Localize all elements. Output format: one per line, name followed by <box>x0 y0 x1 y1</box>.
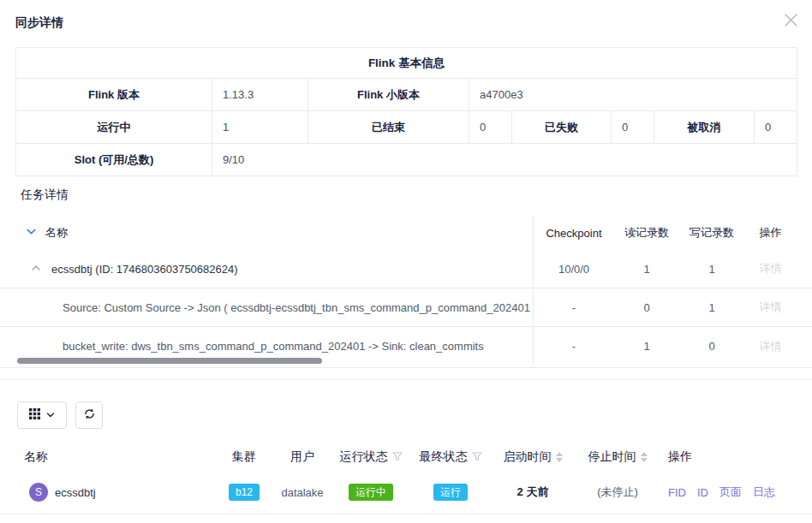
checkpoint-value: 10/0/0 <box>534 263 614 276</box>
task-details-table: 名称 Checkpoint 读记录数 写记录数 操作 ecssdbtj (ID:… <box>0 216 812 366</box>
jobs-col-cluster: 集群 <box>214 449 274 465</box>
slot-value: 9/10 <box>212 144 797 176</box>
write-count: 1 <box>679 301 744 314</box>
read-count: 1 <box>614 340 679 353</box>
task-col-read: 读记录数 <box>614 225 679 241</box>
task-col-write: 写记录数 <box>679 225 744 241</box>
filter-funnel-icon[interactable] <box>472 450 482 464</box>
cluster-badge: b12 <box>229 484 260 501</box>
jobs-col-start-time: 启动时间 <box>490 449 576 465</box>
jobs-col-stop-time: 停止时间 <box>576 449 660 465</box>
filter-funnel-icon[interactable] <box>392 450 403 464</box>
section-divider <box>0 379 812 380</box>
detail-link[interactable]: 详情 <box>760 340 782 353</box>
checkpoint-value: - <box>534 340 614 353</box>
write-count: 0 <box>679 340 744 353</box>
close-button[interactable] <box>783 14 798 29</box>
running-value: 1 <box>212 111 308 144</box>
failed-value: 0 <box>612 111 654 144</box>
jobs-col-final-status-label: 最终状态 <box>420 449 468 465</box>
jobs-col-final-status: 最终状态 <box>411 449 490 465</box>
collapse-chevron-up-icon[interactable] <box>31 263 41 276</box>
job-stop-time: (未停止) <box>576 484 660 500</box>
job-start-time: 2 天前 <box>490 484 576 500</box>
task-details-section-title: 任务详情 <box>21 187 69 203</box>
detail-link[interactable]: 详情 <box>760 262 782 275</box>
running-label: 运行中 <box>16 111 212 144</box>
chevron-down-icon <box>46 409 55 422</box>
task-operator-name: Source: Custom Source -> Json ( ecssdbtj… <box>0 288 533 326</box>
flink-minor-label: Flink 小版本 <box>308 79 469 111</box>
fid-link[interactable]: FID <box>668 486 686 499</box>
jobs-col-start-time-label: 启动时间 <box>504 449 552 465</box>
refresh-icon <box>83 407 96 423</box>
task-row-source: Source: Custom Source -> Json ( ecssdbtj… <box>0 288 812 327</box>
flink-info-table: Flink 基本信息 Flink 版本 1.13.3 Flink 小版本 a47… <box>15 47 797 176</box>
write-count: 1 <box>679 263 744 276</box>
run-status-badge: 运行中 <box>349 484 393 501</box>
table-bottom-divider <box>0 367 812 368</box>
detail-link[interactable]: 详情 <box>760 300 782 313</box>
chevron-down-icon[interactable] <box>26 226 37 240</box>
task-col-action: 操作 <box>744 225 797 241</box>
horizontal-scrollbar[interactable] <box>17 358 322 364</box>
jobs-col-stop-time-label: 停止时间 <box>588 449 636 465</box>
id-link[interactable]: ID <box>697 486 708 499</box>
job-name: ecssdbtj <box>55 486 96 499</box>
page-link[interactable]: 页面 <box>719 484 742 500</box>
jobs-col-name: 名称 <box>0 449 214 465</box>
jobs-table-header: 名称 集群 用户 运行状态 最终状态 启动时间 停止时间 操作 <box>0 443 812 471</box>
flink-minor-value: a4700e3 <box>469 79 797 111</box>
canceled-label: 被取消 <box>654 111 755 144</box>
avatar: S <box>29 483 48 502</box>
task-col-name: 名称 <box>45 225 68 241</box>
canceled-value: 0 <box>755 111 797 144</box>
task-col-checkpoint: Checkpoint <box>534 227 614 240</box>
jobs-col-run-status-label: 运行状态 <box>340 449 388 465</box>
task-job-name: ecssdbtj (ID: 1746803603750682624) <box>51 263 238 276</box>
slot-label: Slot (可用/总数) <box>16 144 212 176</box>
jobs-col-user: 用户 <box>274 449 331 465</box>
drawer-title: 同步详情 <box>15 15 63 31</box>
sort-carets-icon[interactable] <box>641 452 648 462</box>
flink-info-title: Flink 基本信息 <box>16 48 797 79</box>
refresh-button[interactable] <box>75 401 103 429</box>
task-table-header: 名称 Checkpoint 读记录数 写记录数 操作 <box>0 216 812 250</box>
jobs-col-action: 操作 <box>660 449 812 465</box>
checkpoint-value: - <box>534 301 614 314</box>
finished-label: 已结束 <box>308 111 469 144</box>
flink-version-value: 1.13.3 <box>212 79 308 111</box>
log-link[interactable]: 日志 <box>753 484 775 500</box>
failed-label: 已失败 <box>512 111 612 144</box>
finished-value: 0 <box>469 111 512 144</box>
sort-carets-icon[interactable] <box>556 452 563 462</box>
read-count: 1 <box>614 263 679 276</box>
jobs-table-row: S ecssdbtj b12 datalake 运行中 运行 2 天前 (未停止… <box>0 471 812 514</box>
task-row-job: ecssdbtj (ID: 1746803603750682624) 10/0/… <box>0 250 812 288</box>
close-icon <box>785 14 797 29</box>
jobs-col-run-status: 运行状态 <box>331 449 411 465</box>
flink-version-label: Flink 版本 <box>16 79 212 111</box>
read-count: 0 <box>614 301 679 314</box>
job-user: datalake <box>274 486 331 499</box>
column-settings-button[interactable] <box>17 401 67 429</box>
final-status-badge: 运行 <box>433 484 468 501</box>
grid-columns-icon <box>29 408 40 422</box>
